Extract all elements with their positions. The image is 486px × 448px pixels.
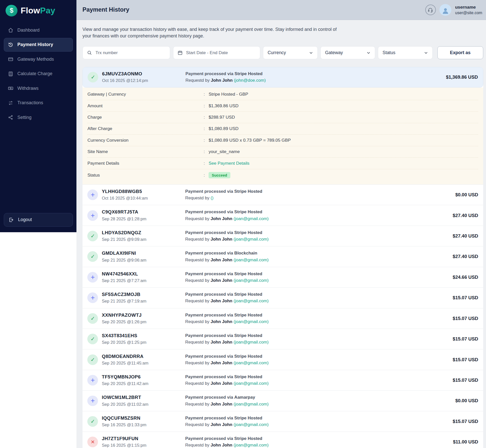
- status-icon: +: [87, 210, 98, 221]
- date-range-input[interactable]: [186, 50, 256, 56]
- transaction-row-9[interactable]: + TF5YQMBNJOP6 Sep 20 2025 @11:42:am Pay…: [83, 370, 483, 390]
- transaction-summary: Payment processed via Stripe Hosted Requ…: [185, 313, 449, 324]
- status-select-label: Status: [382, 50, 395, 55]
- detail-separator: :: [204, 92, 208, 97]
- sidebar-item-gateway-methods[interactable]: Gateway Methods: [4, 53, 73, 66]
- gateway-name: Blockchain: [234, 251, 257, 255]
- requester-email-link[interactable]: (joan@gmail.com): [234, 381, 269, 386]
- gateway-name: Stripe Hosted: [234, 189, 262, 194]
- requester-name: John John: [211, 319, 232, 324]
- requester-email-link[interactable]: (joan@gmail.com): [234, 360, 269, 365]
- requester-email-link[interactable]: (joan@gmail.com): [234, 443, 269, 447]
- chevron-down-icon: [309, 50, 314, 55]
- requester-email-link[interactable]: (joan@gmail.com): [234, 278, 269, 283]
- sidebar-item-calculate-charge[interactable]: Calculate Charge: [4, 67, 73, 81]
- transaction-row-5[interactable]: + SF5SACZ3MOJB Sep 21 2025 @7:19:am Paym…: [83, 287, 483, 308]
- gateway-name: Stripe Hosted: [235, 71, 263, 76]
- sidebar-item-payment-history[interactable]: Payment History: [4, 38, 73, 52]
- requester-email-link[interactable]: (john@doe.com): [234, 78, 266, 83]
- transaction-row-2[interactable]: ✓ LHDYAS2DNQGZ Sep 21 2025 @9:09:am Paym…: [83, 226, 483, 246]
- logout-button[interactable]: Logout: [4, 213, 73, 227]
- requester-email-link[interactable]: (joan@gmail.com): [234, 402, 269, 407]
- transaction-details: Gateway | Currency : Stripe Hosted - GBP…: [83, 88, 483, 184]
- status-icon: ✓: [87, 334, 98, 344]
- transaction-row-3[interactable]: ✓ GMDLAXI9IFNI Sep 21 2025 @9:06:am Paym…: [83, 246, 483, 267]
- transaction-row-11[interactable]: ✓ IQQCUFM5ZSRN Sep 16 2025 @1:33:pm Paym…: [83, 411, 483, 432]
- status-select[interactable]: Status: [378, 46, 433, 59]
- status-icon: +: [87, 375, 98, 386]
- transaction-id: YLHHGD88WGB5: [102, 189, 185, 194]
- app: $ FlowPay Dashboard Payment History Gate…: [0, 0, 486, 448]
- sidebar-item-label: Calculate Charge: [17, 71, 52, 76]
- requester-email-link[interactable]: (joan@gmail.com): [234, 340, 269, 345]
- transaction-date: Sep 16 2025 @1:15:pm: [102, 443, 185, 448]
- currency-select-label: Currency: [268, 50, 286, 55]
- requester-email-link[interactable]: (joan@gmail.com): [234, 422, 269, 427]
- trx-search-box[interactable]: [83, 46, 170, 59]
- currency-select[interactable]: Currency: [263, 46, 318, 59]
- credit-card-icon: [8, 56, 13, 62]
- transaction-amount: $15.07 USD: [449, 295, 478, 301]
- chevron-down-icon: [423, 50, 429, 55]
- avatar[interactable]: [439, 4, 451, 16]
- transaction-id: C9QX69RTJ5TA: [102, 209, 185, 215]
- transaction-row-6[interactable]: ✓ XXNHYPAZOWTJ Sep 20 2025 @1:26:pm Paym…: [83, 308, 483, 329]
- requester-email-link[interactable]: (joan@gmail.com): [234, 258, 269, 262]
- transaction-row-12[interactable]: ✕ JH7ZT1F9UFUN Sep 16 2025 @1:15:pm Paym…: [83, 432, 483, 448]
- detail-row-7: Status : Succeed: [87, 169, 478, 181]
- payment-details-link[interactable]: See Payment Details: [209, 161, 249, 166]
- detail-separator: :: [204, 103, 208, 109]
- sidebar-item-setting[interactable]: Setting: [4, 111, 73, 124]
- transaction-row-10[interactable]: + IOWCM1ML2BRT Sep 20 2025 @11:02:am Pay…: [83, 390, 483, 411]
- requester-email-link[interactable]: (): [211, 196, 213, 200]
- page-description: View and manage your transaction history…: [83, 26, 338, 39]
- requester-email-link[interactable]: (joan@gmail.com): [234, 237, 269, 242]
- transaction-amount: $27.40 USD: [449, 254, 478, 259]
- sidebar-item-transactions[interactable]: Transactions: [4, 96, 73, 110]
- username: username: [455, 5, 482, 10]
- transaction-summary: Payment processed via Stripe Hosted Requ…: [185, 292, 449, 304]
- transaction-row-expanded[interactable]: ✓ 6JMUVZ3AONMO Oct 16 2025 @12:14:pm Pay…: [83, 67, 483, 87]
- sidebar-item-label: Withdraws: [17, 86, 38, 91]
- sidebar-item-dashboard[interactable]: Dashboard: [4, 24, 73, 37]
- requester-email-link[interactable]: (joan@gmail.com): [234, 298, 269, 303]
- sidebar-menu: Dashboard Payment History Gateway Method…: [0, 22, 76, 124]
- transaction-id-block: NW4742546XXL Sep 21 2025 @7:27:am: [102, 271, 185, 283]
- date-range-box[interactable]: [173, 46, 260, 59]
- detail-label: After Charge: [87, 126, 204, 131]
- transaction-row-8[interactable]: ✓ Q8DMOEANDRRA Sep 20 2025 @11:45:am Pay…: [83, 349, 483, 370]
- logout-label: Logout: [18, 217, 32, 222]
- page-title: Payment History: [83, 6, 129, 13]
- status-icon: ✓: [87, 354, 98, 365]
- sidebar-item-withdraws[interactable]: Withdraws: [4, 82, 73, 95]
- transaction-row-4[interactable]: + NW4742546XXL Sep 21 2025 @7:27:am Paym…: [83, 267, 483, 287]
- transaction-row-0[interactable]: + YLHHGD88WGB5 Oct 16 2025 @10:44:am Pay…: [83, 184, 483, 205]
- transaction-rows: + YLHHGD88WGB5 Oct 16 2025 @10:44:am Pay…: [83, 184, 483, 448]
- transaction-date: Oct 16 2025 @10:44:am: [102, 196, 185, 201]
- requester-email-link[interactable]: (joan@gmail.com): [234, 319, 269, 324]
- transaction-id: 6JMUVZ3AONMO: [102, 71, 185, 77]
- export-button[interactable]: Export as: [437, 46, 483, 59]
- requester-name: John John: [211, 237, 232, 242]
- gateway-name: Aamarpay: [234, 395, 255, 400]
- home-icon: [8, 27, 13, 33]
- status-icon: ✓: [87, 251, 98, 262]
- filter-bar: Currency Gateway Status Export as: [83, 46, 483, 59]
- requester-email-link[interactable]: (joan@gmail.com): [234, 216, 269, 221]
- trx-number-input[interactable]: [95, 50, 166, 56]
- gateway-name: Stripe Hosted: [234, 209, 262, 214]
- transaction-summary: Payment processed via Stripe Hosted Requ…: [185, 209, 449, 221]
- transaction-row-1[interactable]: + C9QX69RTJ5TA Sep 28 2025 @1:28:pm Paym…: [83, 205, 483, 225]
- transaction-id: NW4742546XXL: [102, 271, 185, 277]
- transaction-id-block: XXNHYPAZOWTJ Sep 20 2025 @1:26:pm: [102, 312, 185, 325]
- transaction-row-7[interactable]: ✓ SX43T8341EHS Sep 20 2025 @1:25:pm Paym…: [83, 329, 483, 349]
- support-button[interactable]: [425, 5, 436, 15]
- brand-logo: $ FlowPay: [0, 0, 76, 22]
- transaction-list: ✓ 6JMUVZ3AONMO Oct 16 2025 @12:14:pm Pay…: [83, 67, 483, 448]
- gateway-name: Stripe Hosted: [234, 271, 262, 276]
- gateway-select[interactable]: Gateway: [320, 46, 375, 59]
- status-icon: +: [87, 292, 98, 303]
- transaction-id: JH7ZT1F9UFUN: [102, 436, 185, 441]
- transaction-date: Sep 28 2025 @1:28:pm: [102, 217, 185, 222]
- transaction-date: Sep 21 2025 @7:19:am: [102, 299, 185, 304]
